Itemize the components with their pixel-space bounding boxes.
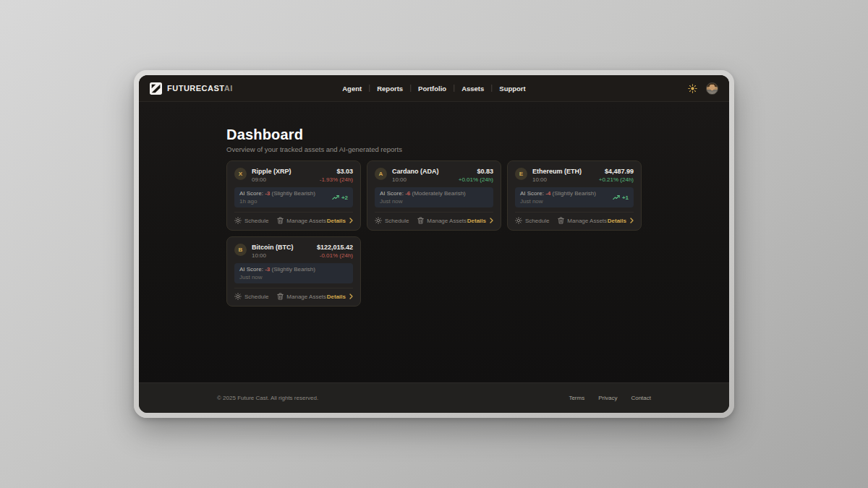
asset-card-xrp: X Ripple (XRP) 09:00 $3.03 -1.93% (24h) xyxy=(226,160,361,231)
score-value: -4 xyxy=(545,190,550,197)
header-right xyxy=(687,82,718,95)
card-actions: Schedule Manage Assets Details xyxy=(234,288,353,300)
asset-time: 09:00 xyxy=(252,176,292,183)
copyright-text: © 2025 Future Cast. All rights reserved. xyxy=(217,395,318,401)
asset-letter-icon: E xyxy=(515,168,527,180)
manage-assets-button[interactable]: Manage Assets xyxy=(417,217,467,224)
footer-link-terms[interactable]: Terms xyxy=(569,395,584,401)
card-actions: Schedule Manage Assets Details xyxy=(515,212,634,224)
asset-name: Ethereum (ETH) xyxy=(532,168,582,176)
asset-price: $0.83 xyxy=(459,168,493,176)
asset-time: 10:00 xyxy=(392,176,439,183)
details-button[interactable]: Details xyxy=(327,294,353,300)
details-button[interactable]: Details xyxy=(327,218,353,224)
manage-assets-label: Manage Assets xyxy=(427,218,467,224)
asset-change: -1.93% (24h) xyxy=(320,176,353,183)
details-button[interactable]: Details xyxy=(467,218,493,224)
asset-card-ada: A Cardano (ADA) 10:00 $0.83 +0.01% (24h) xyxy=(367,160,501,231)
score-sentiment: (Moderately Bearish) xyxy=(412,190,466,197)
score-label: AI Score: xyxy=(239,190,263,197)
asset-card-btc: B Bitcoin (BTC) 10:00 $122,015.42 -0.01%… xyxy=(226,236,361,307)
asset-time: 10:00 xyxy=(532,176,582,183)
trash-icon xyxy=(417,217,424,224)
details-label: Details xyxy=(467,218,486,224)
user-avatar[interactable] xyxy=(706,82,718,95)
card-header: A Cardano (ADA) 10:00 $0.83 +0.01% (24h) xyxy=(375,168,493,183)
manage-assets-button[interactable]: Manage Assets xyxy=(277,293,326,300)
details-label: Details xyxy=(327,218,346,224)
browser-window: FUTURECASTAI Agent Reports Portfolio Ass… xyxy=(134,70,734,418)
trash-icon xyxy=(558,217,564,224)
brand-suffix: AI xyxy=(224,84,233,93)
gear-icon xyxy=(515,217,522,224)
asset-card-grid: X Ripple (XRP) 09:00 $3.03 -1.93% (24h) xyxy=(226,160,642,307)
score-value: -6 xyxy=(405,190,410,197)
chevron-right-icon xyxy=(490,218,493,223)
manage-assets-button[interactable]: Manage Assets xyxy=(277,217,326,224)
manage-assets-label: Manage Assets xyxy=(286,294,326,300)
score-label: AI Score: xyxy=(380,190,404,197)
gear-icon xyxy=(375,217,382,224)
page-footer: © 2025 Future Cast. All rights reserved.… xyxy=(139,382,729,413)
asset-time: 10:00 xyxy=(252,252,294,259)
asset-name: Bitcoin (BTC) xyxy=(252,244,294,252)
details-button[interactable]: Details xyxy=(608,218,634,224)
nav-item-portfolio[interactable]: Portfolio xyxy=(411,82,454,95)
score-timestamp: 1h ago xyxy=(239,198,315,205)
page-title: Dashboard xyxy=(226,127,642,143)
footer-link-contact[interactable]: Contact xyxy=(631,395,651,401)
ai-score-row: AI Score: -6 (Moderately Bearish) Just n… xyxy=(375,187,493,207)
brand-logo[interactable]: FUTURECASTAI xyxy=(150,82,233,95)
sun-icon xyxy=(688,84,697,93)
asset-letter-icon: B xyxy=(234,244,247,256)
score-timestamp: Just now xyxy=(239,274,315,281)
main-content: Dashboard Overview of your tracked asset… xyxy=(139,102,729,382)
schedule-label: Schedule xyxy=(244,294,268,300)
schedule-button[interactable]: Schedule xyxy=(375,217,409,224)
schedule-button[interactable]: Schedule xyxy=(234,217,268,224)
schedule-label: Schedule xyxy=(244,218,268,224)
asset-price: $122,015.42 xyxy=(317,244,353,252)
ai-score-row: AI Score: -3 (Slightly Bearish) 1h ago +… xyxy=(234,187,353,207)
card-actions: Schedule Manage Assets Details xyxy=(375,212,493,224)
score-sentiment: (Slightly Bearish) xyxy=(553,190,596,197)
score-timestamp: Just now xyxy=(520,198,596,205)
asset-letter-icon: A xyxy=(375,168,387,180)
footer-link-privacy[interactable]: Privacy xyxy=(598,395,617,401)
brand-logo-icon xyxy=(150,82,162,95)
card-header: E Ethereum (ETH) 10:00 $4,487.99 +0.21% … xyxy=(515,168,634,183)
asset-change: +0.21% (24h) xyxy=(599,176,634,183)
card-header: X Ripple (XRP) 09:00 $3.03 -1.93% (24h) xyxy=(234,168,353,183)
score-timestamp: Just now xyxy=(380,198,466,205)
gear-icon xyxy=(234,217,242,224)
schedule-button[interactable]: Schedule xyxy=(234,293,268,300)
brand-name: FUTURECASTAI xyxy=(167,84,233,93)
card-actions: Schedule Manage Assets Details xyxy=(234,212,353,224)
trending-up-icon xyxy=(332,194,339,200)
trending-up-icon xyxy=(613,194,620,200)
schedule-button[interactable]: Schedule xyxy=(515,217,549,224)
ai-score-row: AI Score: -4 (Slightly Bearish) Just now… xyxy=(515,187,634,207)
details-label: Details xyxy=(327,294,346,300)
score-value: -3 xyxy=(265,190,270,197)
manage-assets-button[interactable]: Manage Assets xyxy=(558,217,607,224)
ai-score-row: AI Score: -3 (Slightly Bearish) Just now xyxy=(234,263,353,283)
nav-item-agent[interactable]: Agent xyxy=(335,82,369,95)
chevron-right-icon xyxy=(630,218,634,223)
chevron-right-icon xyxy=(349,218,353,223)
main-nav: Agent Reports Portfolio Assets Support xyxy=(335,75,532,101)
gear-icon xyxy=(234,293,242,300)
nav-item-reports[interactable]: Reports xyxy=(370,82,410,95)
nav-item-support[interactable]: Support xyxy=(492,82,532,95)
chevron-right-icon xyxy=(349,294,353,299)
trash-icon xyxy=(277,293,284,300)
manage-assets-label: Manage Assets xyxy=(567,218,607,224)
top-navbar: FUTURECASTAI Agent Reports Portfolio Ass… xyxy=(139,75,729,102)
nav-item-assets[interactable]: Assets xyxy=(454,82,491,95)
trend-badge: +1 xyxy=(613,194,629,201)
theme-toggle-button[interactable] xyxy=(687,83,698,94)
score-sentiment: (Slightly Bearish) xyxy=(272,266,315,273)
card-header: B Bitcoin (BTC) 10:00 $122,015.42 -0.01%… xyxy=(234,244,353,259)
app-screen: FUTURECASTAI Agent Reports Portfolio Ass… xyxy=(139,75,729,413)
trend-badge: +2 xyxy=(332,194,348,201)
